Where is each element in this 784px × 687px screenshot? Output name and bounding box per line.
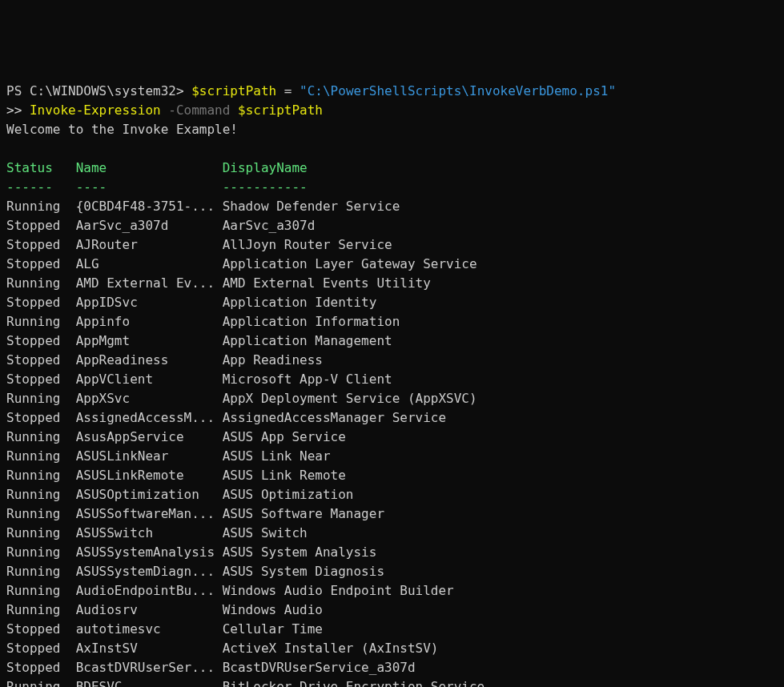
- variable-name: $scriptPath: [191, 83, 276, 98]
- variable-ref: $scriptPath: [238, 102, 323, 118]
- cmdlet-name: Invoke-Expression: [30, 102, 161, 118]
- table-header: Status Name DisplayName: [6, 160, 308, 175]
- prompt-line-1: PS C:\WINDOWS\system32> $scriptPath = "C…: [6, 83, 616, 98]
- string-literal: "C:\PowerShellScripts\InvokeVerbDemo.ps1…: [300, 83, 616, 98]
- terminal-output[interactable]: PS C:\WINDOWS\system32> $scriptPath = "C…: [6, 82, 778, 687]
- welcome-message: Welcome to the Invoke Example!: [6, 122, 238, 137]
- continuation-prompt: >>: [6, 102, 30, 118]
- prompt-line-2: >> Invoke-Expression -Command $scriptPat…: [6, 102, 323, 118]
- ps-prefix: PS: [6, 83, 30, 98]
- parameter-name: -Command: [168, 102, 230, 118]
- service-list: Running {0CBD4F48-3751-... Shadow Defend…: [6, 197, 778, 687]
- equals-op: =: [276, 83, 300, 98]
- table-header-dashes: ------ ---- -----------: [6, 179, 308, 195]
- prompt-path: C:\WINDOWS\system32: [30, 83, 176, 98]
- prompt-gt: >: [176, 83, 191, 98]
